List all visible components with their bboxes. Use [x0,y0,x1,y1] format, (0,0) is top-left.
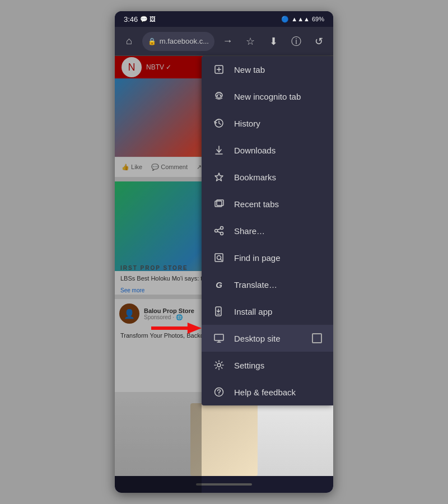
svg-line-20 [221,259,222,261]
svg-point-13 [221,227,223,230]
menu-item-recent-tabs[interactable]: Recent tabs [202,190,333,217]
menu-item-install-app[interactable]: Install app [202,298,333,325]
share-icon [213,225,225,237]
translate-label: Translate… [234,280,322,290]
new-tab-icon [213,63,225,76]
svg-rect-24 [214,334,223,340]
translate-icon: G [213,278,225,291]
share-label: Share… [234,226,322,236]
url-bar[interactable]: 🔒 m.facebook.c... [142,32,214,51]
svg-point-14 [215,230,218,232]
desktop-site-icon [213,332,225,344]
svg-marker-10 [215,173,223,181]
svg-point-27 [217,363,221,367]
status-left: 3:46 💬 🖼 [124,15,156,24]
menu-item-share[interactable]: Share… [202,217,333,244]
signal-bars: ▲▲▲ [291,16,310,22]
time: 3:46 [124,15,138,24]
menu-item-new-tab[interactable]: New tab [202,56,333,83]
menu-item-bookmarks[interactable]: Bookmarks [202,164,333,190]
nav-pill [196,483,252,486]
download-button[interactable]: ⬇ [264,31,283,52]
install-app-label: Install app [234,307,322,316]
help-label: Help & feedback [234,388,322,397]
notification-icons: 💬 🖼 [140,16,156,23]
history-icon [213,117,225,129]
status-bar: 3:46 💬 🖼 🔵 ▲▲▲ 69% [115,11,333,27]
find-in-page-icon [213,251,225,264]
menu-item-incognito[interactable]: New incognito tab [202,83,333,110]
new-tab-label: New tab [234,65,322,74]
recent-tabs-label: Recent tabs [234,199,322,209]
incognito-label: New incognito tab [234,92,322,101]
arrow-shape [151,323,202,334]
url-text: m.facebook.c... [160,37,209,45]
menu-item-find-in-page[interactable]: Find in page [202,244,333,271]
recent-tabs-icon [213,198,225,210]
menu-item-downloads[interactable]: Downloads [202,137,333,164]
battery-text: 69% [312,16,324,22]
bookmarks-label: Bookmarks [234,172,322,182]
info-button[interactable]: ⓘ [286,31,306,52]
svg-rect-6 [217,92,221,94]
bluetooth-icon: 🔵 [281,16,289,23]
incognito-icon [213,90,225,102]
help-icon [213,386,225,398]
lock-icon: 🔒 [148,38,156,45]
dropdown-menu: New tab New incognito tab [202,56,333,405]
svg-line-16 [218,229,221,230]
install-app-icon [213,305,225,318]
history-label: History [234,119,322,128]
desktop-site-checkbox[interactable] [312,333,322,343]
downloads-icon [213,144,225,156]
status-right: 🔵 ▲▲▲ 69% [281,16,324,23]
downloads-label: Downloads [234,146,322,155]
home-button[interactable]: ⌂ [119,31,139,52]
menu-item-history[interactable]: History [202,110,333,137]
menu-item-translate[interactable]: G Translate… [202,271,333,298]
desktop-site-label: Desktop site [234,334,303,343]
bookmarks-icon [213,171,225,183]
svg-point-29 [218,394,220,395]
browser-toolbar: ⌂ 🔒 m.facebook.c... → ☆ ⬇ ⓘ ↺ [115,27,333,56]
dim-overlay [115,56,202,493]
svg-point-4 [217,95,218,97]
bookmark-button[interactable]: ☆ [241,31,260,52]
svg-point-5 [220,95,222,97]
find-in-page-label: Find in page [234,253,322,263]
phone-container: 3:46 💬 🖼 🔵 ▲▲▲ 69% ⌂ 🔒 m.facebook.c... →… [115,11,333,493]
settings-label: Settings [234,361,322,370]
refresh-button[interactable]: ↺ [309,31,329,52]
menu-item-help[interactable]: Help & feedback [202,379,333,405]
red-arrow [151,323,202,334]
settings-icon [213,359,225,371]
svg-line-17 [218,232,221,233]
menu-item-desktop-site[interactable]: Desktop site [202,325,333,352]
forward-button[interactable]: → [218,31,237,52]
menu-item-settings[interactable]: Settings [202,352,333,379]
svg-point-15 [221,232,223,235]
